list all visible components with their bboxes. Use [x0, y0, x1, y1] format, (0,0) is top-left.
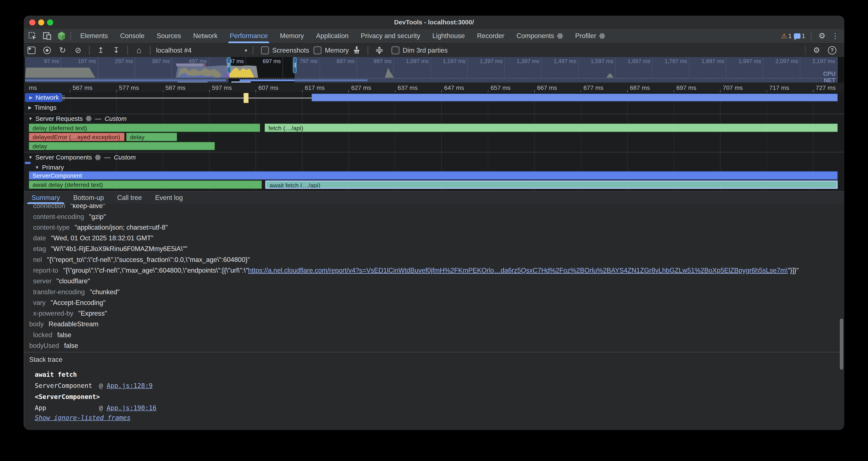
tab-label: Network	[193, 32, 218, 40]
node-icon[interactable]	[56, 31, 67, 42]
ruler-tick-label: 717 ms	[769, 84, 789, 91]
tab-privacy-and-security[interactable]: Privacy and security	[355, 29, 426, 43]
tab-profiler[interactable]: Profiler	[569, 29, 611, 43]
device-toolbar-icon[interactable]	[41, 31, 53, 42]
timeline-overview[interactable]: 97 ms197 ms297 ms397 ms497 ms597 ms697 m…	[24, 57, 844, 83]
flame-bar[interactable]: delay	[126, 133, 177, 141]
history-select[interactable]: localhost #4 ▾	[156, 47, 247, 54]
capture-settings-gear-icon[interactable]: ⚙	[812, 46, 821, 55]
details-tab-summary[interactable]: Summary	[26, 192, 66, 204]
selection-handle-right[interactable]	[293, 57, 297, 73]
memory-checkbox[interactable]	[314, 47, 321, 54]
track-server-requests[interactable]: ▼ Server Requests — Custom	[24, 114, 844, 123]
header-row: date"Wed, 01 Oct 2025 18:32:01 GMT"	[29, 233, 154, 243]
track-primary[interactable]: ▼ Primary	[24, 163, 844, 172]
throttling-icon[interactable]	[375, 46, 383, 55]
history-select-value: localhost #4	[156, 47, 192, 54]
settings-gear-icon[interactable]: ⚙	[818, 32, 826, 40]
flame-bar[interactable]: delay	[29, 142, 215, 150]
expand-icon[interactable]: ▶	[29, 95, 33, 100]
tab-network[interactable]: Network	[187, 29, 224, 43]
flame-bar[interactable]: delay (deferred text)	[29, 123, 260, 132]
flame-chart[interactable]: ▶ Network ⣿ ▶ Timings ▼ Server Requests …	[24, 93, 844, 191]
flame-bar[interactable]: delayedError (…ayed exception)	[29, 133, 125, 141]
kebab-menu-icon[interactable]: ⋮	[832, 32, 839, 40]
tab-lighthouse[interactable]: Lighthouse	[426, 29, 471, 43]
dim-3rd-parties-label[interactable]: Dim 3rd parties	[403, 47, 448, 54]
tab-recorder[interactable]: Recorder	[471, 29, 510, 43]
header-row: vary"Accept-Encoding"	[29, 297, 105, 308]
dash: —	[95, 115, 101, 122]
flame-bar[interactable]: fetch (…/api)	[265, 123, 838, 132]
details-tab-bottom-up[interactable]: Bottom-up	[68, 192, 110, 204]
header-value: "cloudflare"	[57, 277, 90, 285]
report-to-link[interactable]: https://a.nel.cloudflare.com/report/v4?s…	[248, 267, 788, 274]
header-row: etag"W/\"4b1-RjEJloX9kRinu6F0MAZMmy6E5iA…	[29, 243, 188, 254]
source-link[interactable]: App.js:128:9	[106, 382, 153, 390]
memory-label[interactable]: Memory	[325, 47, 349, 54]
flame-bar[interactable]: ServerComponent	[29, 171, 838, 180]
tab-label: Privacy and security	[361, 32, 420, 40]
frame-name: <ServerComponent>	[35, 393, 100, 401]
tab-elements[interactable]: Elements	[74, 29, 114, 43]
details-tabbar: SummaryBottom-upCall treeEvent log	[24, 191, 844, 204]
custom-suffix: Custom	[114, 154, 136, 161]
scrollbar-thumb[interactable]	[840, 319, 843, 370]
help-icon[interactable]: ?	[828, 46, 836, 55]
expand-icon[interactable]: ▶	[28, 105, 32, 110]
network-track-label[interactable]: ▶ Network	[25, 93, 62, 102]
tab-label: Recorder	[477, 32, 504, 40]
screenshots-checkbox[interactable]	[261, 47, 269, 54]
inspect-element-icon[interactable]	[27, 31, 38, 42]
warning-icon[interactable]: ⚠	[781, 32, 787, 40]
tab-application[interactable]: Application	[310, 29, 354, 43]
toggle-sidebar-icon[interactable]	[27, 46, 36, 55]
dim-3rd-parties-checkbox[interactable]	[392, 47, 399, 54]
show-ignore-listed-frames-link[interactable]: Show ignore-listed frames	[35, 414, 130, 422]
collapse-icon[interactable]: ▼	[28, 116, 33, 121]
load-profile-icon[interactable]: ↥	[96, 46, 105, 55]
collapse-icon[interactable]: ▼	[35, 165, 39, 170]
tab-sources[interactable]: Sources	[151, 29, 187, 43]
record-icon[interactable]	[43, 46, 52, 55]
clear-icon[interactable]: ⊘	[74, 46, 83, 55]
tab-console[interactable]: Console	[114, 29, 151, 43]
tab-performance[interactable]: Performance	[224, 29, 274, 43]
drag-handle-icon[interactable]: ⣿	[62, 94, 63, 100]
ruler-tick-label: 647 ms	[444, 84, 464, 91]
panel-tabbar: ElementsConsoleSourcesNetworkPerformance…	[24, 29, 844, 43]
flame-bar[interactable]: await fetch (…/api)	[265, 180, 838, 189]
track-label: Timings	[34, 104, 56, 111]
screenshots-label[interactable]: Screenshots	[272, 47, 309, 54]
track-network[interactable]: ▶ Network ⣿	[24, 93, 844, 102]
track-label: Server Components	[35, 154, 92, 161]
home-icon[interactable]: ⌂	[134, 46, 143, 55]
header-value: "keep-alive"	[70, 204, 105, 209]
details-tab-call-tree[interactable]: Call tree	[112, 192, 148, 204]
header-row: report-to"{\"group\":\"cf-nel\",\"max_ag…	[29, 265, 799, 276]
collapse-icon[interactable]: ▼	[28, 155, 33, 160]
source-link[interactable]: App.js:190:16	[106, 404, 156, 412]
ruler-tick-label: 587 ms	[165, 84, 185, 91]
garbage-collect-icon[interactable]	[352, 46, 361, 55]
track-server-components[interactable]: ▼ Server Components — Custom	[24, 153, 844, 162]
divider	[253, 46, 253, 55]
tabbar-right: ⚠ 1 1 ⚙ ⋮	[781, 32, 844, 40]
timeline-ruler[interactable]: ms 567 ms577 ms587 ms597 ms607 ms617 ms6…	[24, 83, 844, 93]
flame-bar[interactable]: await delay (deferred text)	[29, 180, 262, 189]
ruler-tick	[441, 90, 442, 93]
reload-record-icon[interactable]: ↻	[58, 46, 67, 55]
chevron-down-icon: ▾	[245, 48, 247, 54]
issues-icon[interactable]	[794, 33, 801, 39]
tab-components[interactable]: Components	[510, 29, 569, 43]
react-atom-icon	[557, 33, 563, 39]
selection-handle-left[interactable]	[227, 57, 231, 73]
save-profile-icon[interactable]: ↧	[112, 46, 120, 55]
ruler-tick	[627, 90, 628, 93]
track-timings[interactable]: ▶ Timings	[24, 103, 844, 112]
ruler-tick	[581, 90, 581, 93]
header-key: connection	[33, 204, 65, 209]
message-count: 1	[802, 32, 805, 39]
tab-memory[interactable]: Memory	[274, 29, 310, 43]
details-tab-event-log[interactable]: Event log	[150, 192, 188, 204]
